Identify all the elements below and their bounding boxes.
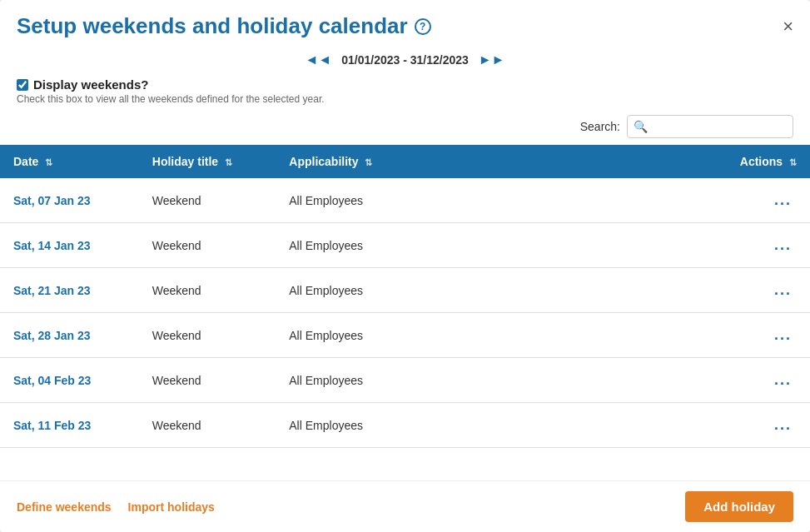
row-actions-button[interactable]: ... <box>769 235 797 256</box>
cell-holiday-title: Weekend <box>139 358 276 403</box>
next-year-button[interactable]: ►► <box>479 52 505 67</box>
table-header: Date ⇅ Holiday title ⇅ Applicability ⇅ A… <box>0 145 810 178</box>
cell-date: Sat, 21 Jan 23 <box>0 268 139 313</box>
modal-header: Setup weekends and holiday calendar ? × <box>0 0 810 46</box>
cell-applicability: All Employees <box>276 178 703 223</box>
cell-holiday-title: Weekend <box>139 313 276 358</box>
modal-title-text: Setup weekends and holiday calendar <box>17 13 408 39</box>
close-button[interactable]: × <box>783 17 793 36</box>
row-actions-button[interactable]: ... <box>769 415 797 435</box>
modal-title: Setup weekends and holiday calendar ? <box>17 13 431 39</box>
cell-applicability: All Employees <box>276 403 703 448</box>
table-row: Sat, 28 Jan 23 Weekend All Employees ... <box>0 313 810 358</box>
display-weekends-row: Display weekends? <box>0 74 810 93</box>
table-body: Sat, 07 Jan 23 Weekend All Employees ...… <box>0 178 810 448</box>
col-actions[interactable]: Actions ⇅ <box>703 145 810 178</box>
cell-actions: ... <box>703 403 810 448</box>
date-range: 01/01/2023 - 31/12/2023 <box>341 53 469 67</box>
row-actions-button[interactable]: ... <box>769 325 797 346</box>
search-input[interactable] <box>627 115 793 138</box>
cell-actions: ... <box>703 178 810 223</box>
actions-sort-icon: ⇅ <box>789 157 797 168</box>
row-actions-button[interactable]: ... <box>769 190 797 211</box>
footer-links: Define weekends Import holidays <box>17 500 215 514</box>
cell-holiday-title: Weekend <box>139 223 276 268</box>
search-icon: 🔍 <box>634 120 648 133</box>
col-holiday-title[interactable]: Holiday title ⇅ <box>139 145 276 178</box>
cell-holiday-title: Weekend <box>139 178 276 223</box>
cell-actions: ... <box>703 268 810 313</box>
footer: Define weekends Import holidays Add holi… <box>0 480 810 532</box>
cell-actions: ... <box>703 223 810 268</box>
table-row: Sat, 21 Jan 23 Weekend All Employees ... <box>0 268 810 313</box>
table-row: Sat, 14 Jan 23 Weekend All Employees ... <box>0 223 810 268</box>
table-row: Sat, 07 Jan 23 Weekend All Employees ... <box>0 178 810 223</box>
col-date[interactable]: Date ⇅ <box>0 145 139 178</box>
cell-date: Sat, 28 Jan 23 <box>0 313 139 358</box>
cell-holiday-title: Weekend <box>139 403 276 448</box>
cell-applicability: All Employees <box>276 268 703 313</box>
row-actions-button[interactable]: ... <box>769 370 797 390</box>
holiday-table: Date ⇅ Holiday title ⇅ Applicability ⇅ A… <box>0 145 810 448</box>
applicability-sort-icon: ⇅ <box>365 157 372 168</box>
col-applicability[interactable]: Applicability ⇅ <box>276 145 703 178</box>
cell-date: Sat, 11 Feb 23 <box>0 403 139 448</box>
define-weekends-button[interactable]: Define weekends <box>17 500 112 514</box>
cell-actions: ... <box>703 313 810 358</box>
display-weekends-hint: Check this box to view all the weekends … <box>0 93 810 112</box>
cell-applicability: All Employees <box>276 313 703 358</box>
cell-actions: ... <box>703 358 810 403</box>
search-row: Search: 🔍 <box>0 112 810 145</box>
cell-applicability: All Employees <box>276 358 703 403</box>
table-container: Date ⇅ Holiday title ⇅ Applicability ⇅ A… <box>0 145 810 480</box>
modal: Setup weekends and holiday calendar ? × … <box>0 0 810 532</box>
display-weekends-checkbox[interactable] <box>17 79 28 91</box>
table-row: Sat, 11 Feb 23 Weekend All Employees ... <box>0 403 810 448</box>
help-icon[interactable]: ? <box>415 18 431 35</box>
search-label: Search: <box>580 120 620 133</box>
prev-year-button[interactable]: ◄◄ <box>306 52 332 67</box>
cell-date: Sat, 14 Jan 23 <box>0 223 139 268</box>
cell-date: Sat, 07 Jan 23 <box>0 178 139 223</box>
table-row: Sat, 04 Feb 23 Weekend All Employees ... <box>0 358 810 403</box>
row-actions-button[interactable]: ... <box>769 280 797 301</box>
cell-holiday-title: Weekend <box>139 268 276 313</box>
cell-date: Sat, 04 Feb 23 <box>0 358 139 403</box>
add-holiday-button[interactable]: Add holiday <box>685 491 793 522</box>
date-navigation: ◄◄ 01/01/2023 - 31/12/2023 ►► <box>0 46 810 74</box>
display-weekends-label[interactable]: Display weekends? <box>33 77 148 92</box>
holiday-title-sort-icon: ⇅ <box>225 157 232 168</box>
import-holidays-button[interactable]: Import holidays <box>128 500 215 514</box>
cell-applicability: All Employees <box>276 223 703 268</box>
search-input-wrap: 🔍 <box>627 115 793 138</box>
date-sort-icon: ⇅ <box>45 157 52 168</box>
